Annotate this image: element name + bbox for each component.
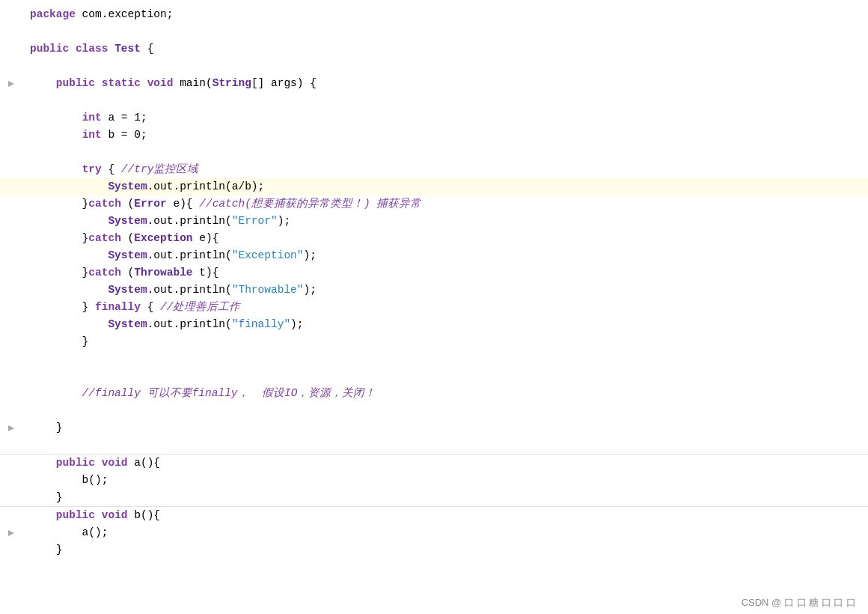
line-gutter <box>0 559 22 576</box>
code-token <box>95 457 102 469</box>
line-code: System.out.println("Throwable"); <box>22 282 868 299</box>
line-gutter <box>0 247 22 264</box>
line-code <box>22 92 868 109</box>
code-token: e){ <box>167 198 200 210</box>
code-token: public <box>56 77 95 89</box>
line-gutter <box>0 6 22 23</box>
code-token <box>108 43 114 55</box>
line-gutter <box>0 541 22 559</box>
code-token: catch <box>88 198 121 210</box>
code-token: void <box>147 77 174 89</box>
code-token: } <box>30 232 88 244</box>
line-code: System.out.println("Exception"); <box>22 247 868 264</box>
code-token: ); <box>290 318 303 330</box>
code-line: public class Test { <box>0 40 868 58</box>
code-token <box>30 112 82 124</box>
code-token: ( <box>121 232 134 244</box>
code-line <box>0 144 868 161</box>
code-token: "Throwable" <box>232 284 304 296</box>
code-token <box>30 215 108 227</box>
code-token: { <box>102 163 121 175</box>
line-code: a(); <box>22 524 868 541</box>
code-line: System.out.println("finally"); <box>0 316 868 333</box>
code-token: int <box>82 112 102 124</box>
line-code: package com.exception; <box>22 6 868 23</box>
line-code: } <box>22 489 868 506</box>
code-line: } <box>0 489 868 506</box>
code-area[interactable]: package com.exception; public class Test… <box>0 6 868 586</box>
code-token: [] args) { <box>251 77 317 89</box>
line-gutter <box>0 264 22 282</box>
code-line: a(); <box>0 524 868 541</box>
line-gutter <box>0 75 22 92</box>
code-line: }catch (Exception e){ <box>0 230 868 247</box>
code-token: } <box>30 301 95 313</box>
code-token: System <box>108 215 147 227</box>
code-line: public void a(){ <box>0 455 868 472</box>
line-code: }catch (Exception e){ <box>22 230 868 247</box>
line-gutter <box>0 58 22 75</box>
code-token: "Exception" <box>232 249 304 261</box>
code-line: public void b(){ <box>0 507 868 524</box>
code-token <box>30 284 108 296</box>
line-code: public class Test { <box>22 40 868 58</box>
line-gutter <box>0 127 22 144</box>
line-code: public void b(){ <box>22 507 868 524</box>
line-gutter <box>0 161 22 178</box>
code-token: Error <box>134 198 167 210</box>
code-line: int b = 0; <box>0 127 868 144</box>
code-token <box>30 129 82 141</box>
line-code: }catch (Throwable t){ <box>22 264 868 282</box>
code-token: main( <box>173 77 212 89</box>
line-code: } finally { //处理善后工作 <box>22 299 868 316</box>
code-token <box>30 457 56 469</box>
code-token: ); <box>303 249 316 261</box>
code-line: //finally 可以不要finally， 假设IO，资源，关闭！ <box>0 385 868 402</box>
code-token: .out.println( <box>147 284 232 296</box>
code-token <box>141 77 147 89</box>
arrow-icon <box>6 528 16 538</box>
code-token: { <box>141 301 160 313</box>
code-token: a = 1; <box>102 112 147 124</box>
line-gutter <box>0 195 22 213</box>
code-line <box>0 402 868 419</box>
code-token: Test <box>114 43 141 55</box>
code-token: class <box>76 43 109 55</box>
code-line: System.out.println("Exception"); <box>0 247 868 264</box>
line-gutter <box>0 230 22 247</box>
line-code <box>22 23 868 40</box>
code-line <box>0 350 868 368</box>
code-token <box>30 249 108 261</box>
line-code <box>22 368 868 385</box>
code-line: } <box>0 419 868 437</box>
code-token: a(); <box>30 526 108 538</box>
line-code <box>22 144 868 161</box>
line-code: } <box>22 333 868 350</box>
line-gutter <box>0 333 22 350</box>
code-token: try <box>82 163 102 175</box>
line-gutter <box>0 40 22 58</box>
code-token: String <box>213 77 251 89</box>
code-token: //catch(想要捕获的异常类型！) 捕获异常 <box>199 198 421 210</box>
code-line <box>0 576 868 586</box>
code-line: } <box>0 541 868 559</box>
line-code: int a = 1; <box>22 109 868 127</box>
code-token: System <box>108 284 147 296</box>
line-gutter <box>0 109 22 127</box>
code-token: System <box>108 318 147 330</box>
line-code <box>22 437 868 454</box>
code-line <box>0 437 868 454</box>
code-token: ( <box>121 267 134 279</box>
line-code: int b = 0; <box>22 127 868 144</box>
line-gutter <box>0 576 22 586</box>
csdn-label: CSDN @ 口 口 糖 口 口 口 <box>742 596 856 610</box>
code-token: .out.println( <box>147 249 232 261</box>
line-code <box>22 576 868 586</box>
svg-marker-1 <box>8 425 14 431</box>
code-token <box>30 77 56 89</box>
code-token: System <box>108 180 147 192</box>
line-code <box>22 559 868 576</box>
code-token: b(){ <box>128 509 161 521</box>
bottom-bar: CSDN @ 口 口 糖 口 口 口 <box>742 592 868 614</box>
code-token: ); <box>303 284 316 296</box>
